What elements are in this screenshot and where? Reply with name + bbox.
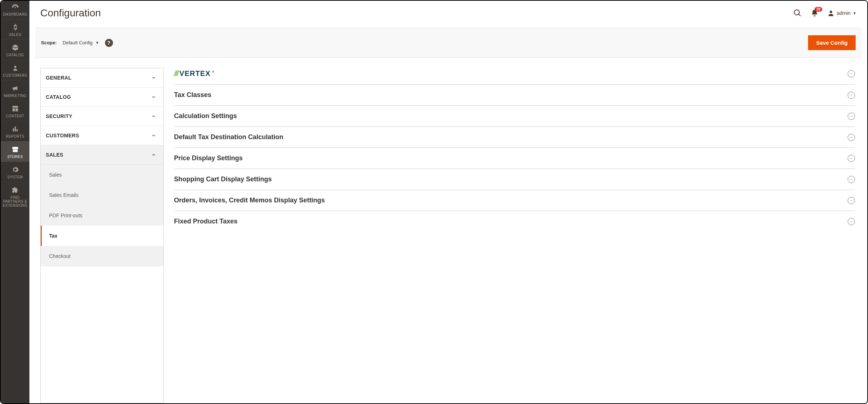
expand-icon [848,134,855,141]
scope-value: Default Config [62,40,92,45]
section-price-display[interactable]: Price Display Settings [174,148,855,169]
section-title: Tax Classes [174,91,211,99]
page-title: Configuration [40,7,101,19]
tab-label: GENERAL [46,75,72,81]
person-icon [11,64,20,72]
config-tab-sales[interactable]: SALES [41,145,163,165]
section-default-tax-destination[interactable]: Default Tax Destination Calculation [174,127,855,148]
bar-chart-icon [11,125,20,133]
caret-down-icon: ▼ [96,41,99,45]
nav-system[interactable]: SYSTEM [1,162,29,182]
config-tab-general[interactable]: GENERAL [41,68,163,88]
nav-label: SYSTEM [7,175,23,179]
vertex-logo: /// VERTEX ® [174,69,214,78]
scope-bar: Scope: Default Config ▼ ? Save Config [35,28,861,58]
section-title: Orders, Invoices, Credit Memos Display S… [174,197,325,204]
nav-find-partners[interactable]: FIND PARTNERS & EXTENSIONS [1,182,29,210]
section-orders-invoices-display[interactable]: Orders, Invoices, Credit Memos Display S… [174,190,855,211]
config-tab-customers[interactable]: CUSTOMERS [41,126,163,145]
expand-icon [848,197,855,204]
config-subitem-sales-emails[interactable]: Sales Emails [41,185,163,205]
section-title: Default Tax Destination Calculation [174,133,283,141]
nav-label: STORES [7,155,23,159]
nav-dashboard[interactable]: DASHBOARD [1,1,29,19]
help-button[interactable]: ? [105,39,113,47]
section-calculation-settings[interactable]: Calculation Settings [174,106,855,127]
gauge-icon [11,3,20,11]
search-icon [793,9,802,17]
gear-icon [11,166,20,174]
nav-label: MARKETING [4,94,26,98]
nav-marketing[interactable]: MARKETING [1,80,29,101]
admin-nav-rail: DASHBOARD SALES CATALOG CUSTOMERS MARKET… [1,1,29,403]
nav-label: CONTENT [6,114,24,118]
puzzle-icon [11,186,20,194]
tab-label: SECURITY [46,113,72,119]
section-title: Price Display Settings [174,154,243,162]
config-tab-security[interactable]: SECURITY [41,107,163,126]
nav-reports[interactable]: REPORTS [1,121,29,141]
tab-label: SALES [46,152,63,158]
expand-icon [848,70,855,77]
chevron-down-icon [151,133,156,138]
notifications-count: 39 [815,7,822,12]
page-header: Configuration 39 admin ▼ [29,1,867,28]
nav-label: REPORTS [6,134,24,138]
expand-icon [848,155,855,162]
section-fixed-product-taxes[interactable]: Fixed Product Taxes [174,211,855,232]
config-tab-sales-items: Sales Sales Emails PDF Print-outs Tax Ch… [41,165,163,266]
nav-sales[interactable]: SALES [1,19,29,40]
layout-icon [11,105,20,113]
config-subitem-pdf-printouts[interactable]: PDF Print-outs [41,205,163,226]
nav-label: CATALOG [6,53,24,57]
chevron-down-icon [151,114,156,119]
expand-icon [848,218,855,225]
nav-label: FIND PARTNERS & EXTENSIONS [1,195,29,207]
chevron-down-icon [151,94,156,100]
user-icon [827,9,835,17]
section-title: Calculation Settings [174,112,237,120]
tab-label: CATALOG [46,94,71,100]
user-menu-button[interactable]: admin ▼ [827,9,856,17]
config-tabs: GENERAL CATALOG SECURITY CUSTOMERS SALES [40,68,164,403]
expand-icon [848,113,855,120]
vertex-wordmark: VERTEX [179,69,211,78]
section-title: Shopping Cart Display Settings [174,175,272,183]
chevron-down-icon [151,75,156,80]
config-subitem-checkout[interactable]: Checkout [41,246,163,266]
section-tax-classes[interactable]: Tax Classes [174,85,855,106]
save-config-button[interactable]: Save Config [808,35,856,50]
config-sections: /// VERTEX ® Tax Classes Calculation Set… [174,68,861,403]
search-button[interactable] [793,9,802,17]
config-subitem-tax[interactable]: Tax [41,226,163,246]
box-icon [11,44,20,52]
caret-down-icon: ▼ [853,11,856,15]
scope-label: Scope: [41,40,57,45]
scope-select[interactable]: Default Config ▼ [62,40,99,45]
nav-label: DASHBOARD [3,12,27,16]
tab-label: CUSTOMERS [46,133,79,138]
nav-label: CUSTOMERS [3,73,27,77]
store-icon [11,145,20,153]
nav-catalog[interactable]: CATALOG [1,40,29,60]
vertex-mark-icon: /// [174,69,178,78]
nav-label: SALES [9,33,21,37]
config-subitem-sales[interactable]: Sales [41,165,163,185]
expand-icon [848,92,855,99]
megaphone-icon [11,84,20,92]
nav-customers[interactable]: CUSTOMERS [1,60,29,80]
section-vertex[interactable]: /// VERTEX ® [174,68,855,85]
dollar-icon [11,23,20,31]
notifications-button[interactable]: 39 [811,9,819,17]
config-tab-catalog[interactable]: CATALOG [41,88,163,107]
user-name: admin [837,10,851,16]
expand-icon [848,176,855,183]
nav-stores[interactable]: STORES [1,141,29,162]
nav-content[interactable]: CONTENT [1,101,29,121]
section-title: Fixed Product Taxes [174,218,238,225]
chevron-up-icon [151,152,156,157]
section-cart-display[interactable]: Shopping Cart Display Settings [174,169,855,190]
vertex-tm: ® [212,70,214,73]
